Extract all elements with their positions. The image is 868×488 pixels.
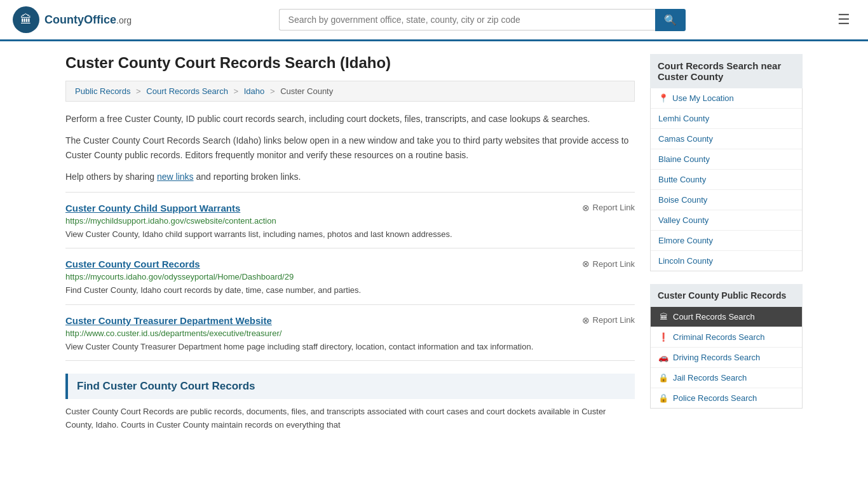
public-record-item[interactable]: 🏛 Court Records Search (651, 307, 802, 327)
use-location-link[interactable]: 📍 Use My Location (651, 88, 802, 108)
report-link-label: Report Link (593, 203, 635, 212)
search-bar: 🔍 (279, 9, 686, 31)
record-label: Criminal Records Search (673, 332, 765, 342)
nearby-county-item[interactable]: Camas County (651, 129, 802, 149)
record-label: Police Records Search (673, 393, 757, 403)
main-content: Custer County Court Records Search (Idah… (65, 54, 635, 432)
search-input[interactable] (279, 9, 655, 30)
result-desc: View Custer County, Idaho child support … (65, 228, 635, 241)
record-icon: 🏛 (658, 312, 668, 322)
page-title: Custer County Court Records Search (Idah… (65, 54, 635, 72)
result-title-link[interactable]: Custer County Child Support Warrants (65, 203, 240, 214)
nearby-section: Court Records Search near Custer County … (650, 54, 803, 271)
report-icon: ⊗ (582, 203, 590, 213)
nearby-county-item[interactable]: Lincoln County (651, 251, 802, 271)
report-link-btn[interactable]: ⊗ Report Link (582, 203, 635, 213)
public-records-list: 🏛 Court Records Search ❗ Criminal Record… (650, 307, 803, 409)
public-record-link[interactable]: ❗ Criminal Records Search (651, 327, 802, 347)
nearby-county-link[interactable]: Camas County (651, 129, 802, 149)
nearby-county-link[interactable]: Lemhi County (651, 109, 802, 128)
nearby-county-item[interactable]: Boise County (651, 190, 802, 210)
search-button[interactable]: 🔍 (655, 9, 686, 31)
report-icon: ⊗ (582, 259, 590, 269)
sidebar: Court Records Search near Custer County … (650, 54, 803, 432)
report-link-btn[interactable]: ⊗ Report Link (582, 315, 635, 325)
breadcrumb: Public Records > Court Records Search > … (65, 81, 635, 102)
breadcrumb-court-records[interactable]: Court Records Search (146, 86, 228, 96)
nearby-county-link[interactable]: Butte County (651, 170, 802, 189)
result-title-link[interactable]: Custer County Treasurer Department Websi… (65, 315, 272, 326)
search-icon: 🔍 (664, 15, 677, 25)
result-title-link[interactable]: Custer County Court Records (65, 259, 200, 269)
public-record-link[interactable]: 🏛 Court Records Search (651, 307, 802, 327)
breadcrumb-idaho[interactable]: Idaho (244, 86, 265, 96)
breadcrumb-public-records[interactable]: Public Records (75, 86, 130, 96)
nearby-county-item[interactable]: Valley County (651, 210, 802, 231)
site-header: 🏛 CountyOffice.org 🔍 ☰ (0, 0, 868, 41)
logo-name-text: CountyOffice (44, 13, 116, 26)
logo-icon: 🏛 (13, 6, 39, 33)
description-1: Perform a free Custer County, ID public … (65, 112, 635, 126)
use-location-item[interactable]: 📍 Use My Location (651, 88, 802, 109)
desc3-post: and reporting broken links. (194, 172, 301, 182)
public-record-item[interactable]: 🔒 Police Records Search (651, 388, 802, 408)
nearby-county-link[interactable]: Boise County (651, 190, 802, 210)
record-label: Jail Records Search (673, 373, 747, 383)
report-link-label: Report Link (593, 259, 635, 269)
nearby-county-link[interactable]: Blaine County (651, 149, 802, 169)
nearby-title: Court Records Search near Custer County (650, 54, 803, 88)
find-desc: Custer County Court Records are public r… (65, 405, 635, 432)
use-location-label: Use My Location (672, 93, 734, 103)
desc3-pre: Help others by sharing (65, 172, 157, 182)
public-records-title-text: Custer County Public Records (658, 290, 786, 301)
record-label: Driving Records Search (673, 353, 760, 362)
report-icon: ⊗ (582, 315, 590, 325)
public-record-item[interactable]: 🔒 Jail Records Search (651, 368, 802, 388)
menu-icon[interactable]: ☰ (832, 9, 855, 30)
result-url[interactable]: https://mychildsupport.idaho.gov/cswebsi… (65, 216, 635, 226)
public-record-link[interactable]: 🔒 Police Records Search (651, 388, 802, 408)
logo-ext-text: .org (116, 15, 132, 25)
nearby-county-link[interactable]: Elmore County (651, 231, 802, 250)
result-card: Custer County Treasurer Department Websi… (65, 304, 635, 362)
logo-text: CountyOffice.org (44, 13, 132, 27)
location-icon: 📍 (658, 93, 668, 103)
result-url[interactable]: http://www.co.custer.id.us/departments/e… (65, 329, 635, 338)
breadcrumb-sep-2: > (234, 86, 239, 96)
record-icon: 🔒 (658, 373, 668, 383)
nearby-county-item[interactable]: Elmore County (651, 231, 802, 251)
nearby-county-item[interactable]: Lemhi County (651, 109, 802, 129)
record-icon: 🔒 (658, 393, 668, 403)
nearby-list: 📍 Use My Location Lemhi CountyCamas Coun… (650, 88, 803, 271)
record-icon: 🚗 (658, 353, 668, 362)
public-record-item[interactable]: ❗ Criminal Records Search (651, 327, 802, 348)
find-section: Find Custer County Court Records Custer … (65, 374, 635, 432)
result-desc: View Custer County Treasurer Department … (65, 341, 635, 353)
report-link-btn[interactable]: ⊗ Report Link (582, 259, 635, 269)
nearby-county-item[interactable]: Butte County (651, 170, 802, 190)
record-icon: ❗ (658, 332, 668, 342)
public-record-link[interactable]: 🚗 Driving Records Search (651, 348, 802, 367)
public-record-link[interactable]: 🔒 Jail Records Search (651, 368, 802, 388)
nearby-county-link[interactable]: Lincoln County (651, 251, 802, 271)
public-records-section: Custer County Public Records 🏛 Court Rec… (650, 284, 803, 409)
description-2: The Custer County Court Records Search (… (65, 133, 635, 162)
result-card: Custer County Child Support Warrants ⊗ R… (65, 192, 635, 248)
report-link-label: Report Link (593, 315, 635, 325)
find-heading: Find Custer County Court Records (65, 374, 635, 399)
result-desc: Find Custer County, Idaho court records … (65, 284, 635, 297)
nearby-county-item[interactable]: Blaine County (651, 149, 802, 170)
result-url[interactable]: https://mycourts.idaho.gov/odysseyportal… (65, 272, 635, 281)
public-records-title: Custer County Public Records (650, 284, 803, 307)
breadcrumb-sep-1: > (136, 86, 141, 96)
breadcrumb-current: Custer County (280, 86, 333, 96)
public-record-item[interactable]: 🚗 Driving Records Search (651, 348, 802, 368)
new-links-link[interactable]: new links (157, 172, 194, 182)
nearby-county-link[interactable]: Valley County (651, 210, 802, 230)
result-card: Custer County Court Records ⊗ Report Lin… (65, 248, 635, 304)
results-list: Custer County Child Support Warrants ⊗ R… (65, 192, 635, 362)
description-3: Help others by sharing new links and rep… (65, 170, 635, 184)
breadcrumb-sep-3: > (270, 86, 275, 96)
record-label: Court Records Search (673, 312, 755, 322)
logo-area[interactable]: 🏛 CountyOffice.org (13, 6, 132, 33)
